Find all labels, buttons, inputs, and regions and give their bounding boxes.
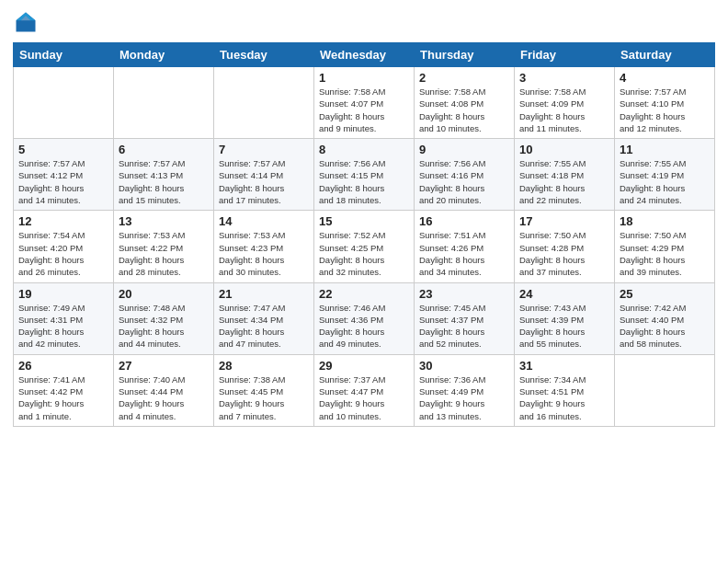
calendar-cell [114, 67, 214, 139]
cell-day-number: 31 [519, 359, 609, 373]
calendar-cell [214, 67, 314, 139]
calendar-cell: 31Sunrise: 7:34 AM Sunset: 4:51 PM Dayli… [515, 354, 615, 426]
cell-day-number: 21 [219, 287, 309, 301]
cell-day-number: 15 [319, 214, 409, 228]
cell-info-text: Sunrise: 7:53 AM Sunset: 4:22 PM Dayligh… [119, 229, 209, 278]
cell-info-text: Sunrise: 7:45 AM Sunset: 4:37 PM Dayligh… [419, 302, 509, 350]
calendar-cell: 14Sunrise: 7:53 AM Sunset: 4:23 PM Dayli… [214, 211, 314, 282]
calendar-cell: 26Sunrise: 7:41 AM Sunset: 4:42 PM Dayli… [14, 354, 114, 426]
logo-icon [13, 9, 39, 35]
cell-day-number: 11 [620, 143, 710, 156]
cell-day-number: 29 [319, 359, 409, 373]
cell-day-number: 25 [620, 287, 710, 301]
cell-info-text: Sunrise: 7:36 AM Sunset: 4:49 PM Dayligh… [419, 373, 509, 422]
cell-day-number: 17 [519, 214, 609, 228]
cell-day-number: 28 [219, 359, 309, 373]
cell-day-number: 20 [119, 287, 209, 301]
cell-info-text: Sunrise: 7:54 AM Sunset: 4:20 PM Dayligh… [18, 229, 108, 278]
cell-info-text: Sunrise: 7:50 AM Sunset: 4:28 PM Dayligh… [519, 229, 609, 278]
cell-info-text: Sunrise: 7:42 AM Sunset: 4:40 PM Dayligh… [620, 302, 710, 350]
cell-info-text: Sunrise: 7:57 AM Sunset: 4:10 PM Dayligh… [620, 86, 710, 134]
weekday-header-wednesday: Wednesday [314, 43, 415, 67]
cell-day-number: 5 [18, 143, 108, 156]
weekday-header-row: SundayMondayTuesdayWednesdayThursdayFrid… [14, 43, 715, 67]
cell-info-text: Sunrise: 7:51 AM Sunset: 4:26 PM Dayligh… [419, 229, 509, 278]
cell-info-text: Sunrise: 7:57 AM Sunset: 4:14 PM Dayligh… [219, 157, 309, 206]
cell-info-text: Sunrise: 7:57 AM Sunset: 4:13 PM Dayligh… [119, 157, 209, 206]
cell-day-number: 22 [319, 287, 409, 301]
calendar-week-4: 19Sunrise: 7:49 AM Sunset: 4:31 PM Dayli… [14, 282, 715, 354]
cell-info-text: Sunrise: 7:53 AM Sunset: 4:23 PM Dayligh… [219, 229, 309, 278]
calendar-cell: 22Sunrise: 7:46 AM Sunset: 4:36 PM Dayli… [314, 282, 415, 354]
cell-day-number: 6 [119, 143, 209, 156]
cell-info-text: Sunrise: 7:40 AM Sunset: 4:44 PM Dayligh… [119, 373, 209, 422]
cell-day-number: 26 [18, 359, 108, 373]
calendar-cell: 7Sunrise: 7:57 AM Sunset: 4:14 PM Daylig… [214, 139, 314, 211]
cell-info-text: Sunrise: 7:46 AM Sunset: 4:36 PM Dayligh… [319, 302, 409, 350]
cell-info-text: Sunrise: 7:57 AM Sunset: 4:12 PM Dayligh… [18, 157, 108, 206]
calendar-cell: 16Sunrise: 7:51 AM Sunset: 4:26 PM Dayli… [415, 211, 515, 282]
calendar-cell: 25Sunrise: 7:42 AM Sunset: 4:40 PM Dayli… [615, 282, 715, 354]
page-header [13, 9, 715, 35]
calendar-cell: 30Sunrise: 7:36 AM Sunset: 4:49 PM Dayli… [415, 354, 515, 426]
cell-day-number: 3 [519, 71, 609, 85]
cell-info-text: Sunrise: 7:50 AM Sunset: 4:29 PM Dayligh… [620, 229, 710, 278]
cell-day-number: 16 [419, 214, 509, 228]
cell-info-text: Sunrise: 7:58 AM Sunset: 4:08 PM Dayligh… [419, 86, 509, 134]
calendar-week-5: 26Sunrise: 7:41 AM Sunset: 4:42 PM Dayli… [14, 354, 715, 426]
calendar-cell: 1Sunrise: 7:58 AM Sunset: 4:07 PM Daylig… [314, 67, 415, 139]
calendar-cell: 3Sunrise: 7:58 AM Sunset: 4:09 PM Daylig… [515, 67, 615, 139]
cell-info-text: Sunrise: 7:58 AM Sunset: 4:07 PM Dayligh… [319, 86, 409, 134]
calendar-cell: 4Sunrise: 7:57 AM Sunset: 4:10 PM Daylig… [615, 67, 715, 139]
calendar-cell: 28Sunrise: 7:38 AM Sunset: 4:45 PM Dayli… [214, 354, 314, 426]
cell-day-number: 13 [119, 214, 209, 228]
cell-info-text: Sunrise: 7:58 AM Sunset: 4:09 PM Dayligh… [519, 86, 609, 134]
cell-day-number: 30 [419, 359, 509, 373]
logo [13, 9, 42, 35]
calendar-cell: 6Sunrise: 7:57 AM Sunset: 4:13 PM Daylig… [114, 139, 214, 211]
calendar-cell: 11Sunrise: 7:55 AM Sunset: 4:19 PM Dayli… [615, 139, 715, 211]
cell-info-text: Sunrise: 7:49 AM Sunset: 4:31 PM Dayligh… [18, 302, 108, 350]
calendar-cell: 20Sunrise: 7:48 AM Sunset: 4:32 PM Dayli… [114, 282, 214, 354]
calendar-cell: 5Sunrise: 7:57 AM Sunset: 4:12 PM Daylig… [14, 139, 114, 211]
calendar-cell: 13Sunrise: 7:53 AM Sunset: 4:22 PM Dayli… [114, 211, 214, 282]
calendar-cell: 19Sunrise: 7:49 AM Sunset: 4:31 PM Dayli… [14, 282, 114, 354]
calendar-cell [14, 67, 114, 139]
weekday-header-sunday: Sunday [14, 43, 114, 67]
cell-info-text: Sunrise: 7:48 AM Sunset: 4:32 PM Dayligh… [119, 302, 209, 350]
cell-day-number: 19 [18, 287, 108, 301]
calendar-week-1: 1Sunrise: 7:58 AM Sunset: 4:07 PM Daylig… [14, 67, 715, 139]
calendar-cell: 2Sunrise: 7:58 AM Sunset: 4:08 PM Daylig… [415, 67, 515, 139]
weekday-header-monday: Monday [114, 43, 214, 67]
calendar-cell: 24Sunrise: 7:43 AM Sunset: 4:39 PM Dayli… [515, 282, 615, 354]
calendar-cell: 27Sunrise: 7:40 AM Sunset: 4:44 PM Dayli… [114, 354, 214, 426]
cell-info-text: Sunrise: 7:41 AM Sunset: 4:42 PM Dayligh… [18, 373, 108, 422]
cell-info-text: Sunrise: 7:34 AM Sunset: 4:51 PM Dayligh… [519, 373, 609, 422]
cell-info-text: Sunrise: 7:56 AM Sunset: 4:15 PM Dayligh… [319, 157, 409, 206]
cell-day-number: 27 [119, 359, 209, 373]
calendar-page: SundayMondayTuesdayWednesdayThursdayFrid… [0, 0, 728, 563]
calendar-cell: 8Sunrise: 7:56 AM Sunset: 4:15 PM Daylig… [314, 139, 415, 211]
cell-info-text: Sunrise: 7:56 AM Sunset: 4:16 PM Dayligh… [419, 157, 509, 206]
calendar-table: SundayMondayTuesdayWednesdayThursdayFrid… [13, 42, 715, 427]
cell-info-text: Sunrise: 7:43 AM Sunset: 4:39 PM Dayligh… [519, 302, 609, 350]
calendar-cell: 23Sunrise: 7:45 AM Sunset: 4:37 PM Dayli… [415, 282, 515, 354]
cell-day-number: 7 [219, 143, 309, 156]
weekday-header-friday: Friday [515, 43, 615, 67]
calendar-cell: 29Sunrise: 7:37 AM Sunset: 4:47 PM Dayli… [314, 354, 415, 426]
calendar-cell: 10Sunrise: 7:55 AM Sunset: 4:18 PM Dayli… [515, 139, 615, 211]
cell-day-number: 18 [620, 214, 710, 228]
cell-day-number: 23 [419, 287, 509, 301]
cell-day-number: 4 [620, 71, 710, 85]
weekday-header-thursday: Thursday [415, 43, 515, 67]
cell-day-number: 10 [519, 143, 609, 156]
cell-day-number: 1 [319, 71, 409, 85]
calendar-cell: 9Sunrise: 7:56 AM Sunset: 4:16 PM Daylig… [415, 139, 515, 211]
cell-day-number: 9 [419, 143, 509, 156]
cell-info-text: Sunrise: 7:47 AM Sunset: 4:34 PM Dayligh… [219, 302, 309, 350]
cell-day-number: 2 [419, 71, 509, 85]
cell-day-number: 14 [219, 214, 309, 228]
calendar-cell: 21Sunrise: 7:47 AM Sunset: 4:34 PM Dayli… [214, 282, 314, 354]
calendar-cell: 17Sunrise: 7:50 AM Sunset: 4:28 PM Dayli… [515, 211, 615, 282]
calendar-cell [615, 354, 715, 426]
